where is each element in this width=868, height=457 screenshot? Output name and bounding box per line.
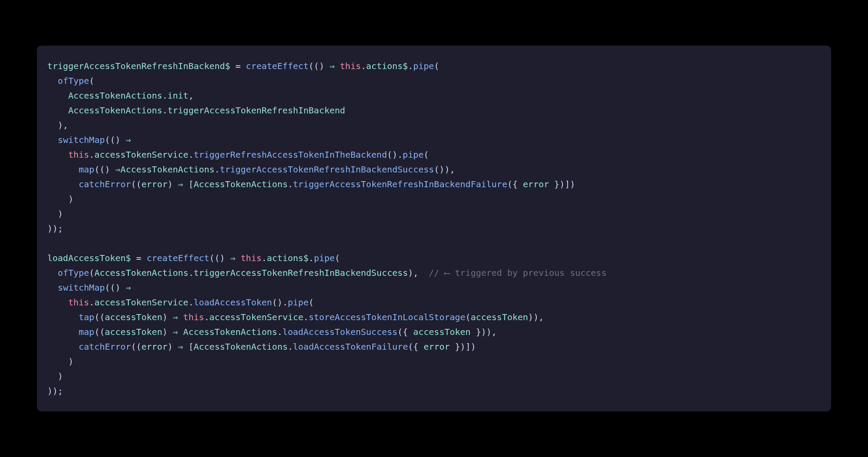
code-token-op bbox=[47, 341, 79, 352]
code-token-arrow: ⇒ bbox=[329, 61, 335, 71]
code-token-ident: accessTokenService bbox=[209, 312, 303, 322]
code-token-keyword: this bbox=[340, 61, 361, 71]
code-token-ident: error bbox=[523, 179, 549, 189]
code-token-op bbox=[47, 105, 68, 116]
code-token-op: ) bbox=[47, 194, 73, 204]
code-token-op: , bbox=[188, 90, 194, 101]
code-token-func: loadAccessToken bbox=[194, 297, 272, 308]
code-token-op: ( bbox=[89, 268, 94, 278]
code-token-func: createEffect bbox=[246, 61, 309, 71]
code-token-op: ({ bbox=[398, 327, 413, 337]
code-token-func: ofType bbox=[58, 268, 89, 278]
code-token-op: = bbox=[230, 61, 246, 71]
code-snippet-panel: triggerAccessTokenRefreshInBackend$ = cr… bbox=[37, 46, 831, 411]
code-token-ident: actions$ bbox=[366, 61, 408, 71]
code-token-op bbox=[178, 327, 183, 337]
code-token-func: tap bbox=[79, 312, 94, 322]
code-token-op: (() bbox=[105, 135, 125, 145]
code-token-ident: accessTokenService bbox=[94, 149, 188, 160]
code-token-ident: error bbox=[141, 179, 168, 189]
code-token-op: (() bbox=[209, 253, 230, 263]
code-token-arrow: ⇒ bbox=[126, 282, 131, 293]
code-token-arrow: ⇒ bbox=[173, 327, 178, 337]
code-token-op: ) bbox=[162, 312, 173, 322]
code-token-op: . bbox=[277, 327, 283, 337]
code-token-op: ( bbox=[465, 312, 470, 322]
code-content[interactable]: triggerAccessTokenRefreshInBackend$ = cr… bbox=[47, 59, 821, 398]
code-token-op: ) bbox=[162, 327, 173, 337]
code-token-ident: triggerAccessTokenRefreshInBackend$ bbox=[47, 61, 230, 71]
code-token-ident: AccessTokenActions bbox=[194, 341, 288, 352]
code-token-ident: actions$ bbox=[267, 253, 309, 263]
code-token-op bbox=[47, 327, 79, 337]
code-token-op: ({ bbox=[408, 341, 424, 352]
code-token-keyword: this bbox=[241, 253, 262, 263]
code-token-func: triggerAccessTokenRefreshInBackendSucces… bbox=[220, 164, 434, 175]
code-token-func: catchError bbox=[79, 341, 131, 352]
code-token-op: ) bbox=[168, 179, 178, 189]
code-token-op bbox=[236, 253, 241, 263]
code-token-op bbox=[47, 282, 58, 293]
code-token-op: ) bbox=[47, 371, 63, 381]
code-token-op: . bbox=[89, 149, 94, 160]
code-token-ident: triggerAccessTokenRefreshInBackendSucces… bbox=[194, 268, 408, 278]
code-token-op: (() bbox=[309, 61, 329, 71]
code-token-op: . bbox=[89, 297, 94, 308]
code-token-ident: accessToken bbox=[470, 312, 528, 322]
code-token-op bbox=[178, 312, 183, 322]
code-token-op: [ bbox=[183, 179, 194, 189]
code-token-arrow: ⇒ bbox=[115, 164, 121, 175]
code-token-op: })), bbox=[470, 327, 496, 337]
code-token-arrow: ⇒ bbox=[178, 341, 183, 352]
code-token-op: ), bbox=[408, 268, 429, 278]
code-token-arrow: ⇒ bbox=[178, 179, 183, 189]
code-token-func: storeAccessTokenInLocalStorage bbox=[309, 312, 465, 322]
code-token-op: ( bbox=[434, 61, 439, 71]
code-token-op: })]) bbox=[549, 179, 575, 189]
code-token-op: . bbox=[162, 90, 168, 101]
code-token-func: map bbox=[79, 327, 94, 337]
code-token-ident: accessToken bbox=[105, 327, 162, 337]
code-token-op: (() bbox=[94, 164, 115, 175]
code-token-op: (). bbox=[272, 297, 288, 308]
code-token-op bbox=[47, 179, 79, 189]
code-token-ident: accessToken bbox=[413, 327, 470, 337]
code-token-op bbox=[47, 76, 58, 86]
code-token-op: (() bbox=[105, 282, 125, 293]
code-token-op bbox=[335, 61, 340, 71]
code-token-op: . bbox=[204, 312, 209, 322]
code-token-func: loadAccessTokenFailure bbox=[293, 341, 408, 352]
code-token-op: . bbox=[188, 268, 194, 278]
code-token-op: . bbox=[408, 61, 413, 71]
code-token-op: )); bbox=[47, 223, 63, 234]
code-token-func: loadAccessTokenSuccess bbox=[283, 327, 398, 337]
code-token-op: (( bbox=[131, 179, 141, 189]
code-token-func: pipe bbox=[403, 149, 424, 160]
code-token-op: })]) bbox=[450, 341, 476, 352]
code-token-ident: triggerAccessTokenRefreshInBackend bbox=[168, 105, 345, 116]
code-token-keyword: this bbox=[68, 297, 89, 308]
code-token-func: switchMap bbox=[58, 282, 105, 293]
code-token-func: pipe bbox=[413, 61, 434, 71]
code-token-comment: // ⟵ triggered by previous success bbox=[429, 268, 606, 278]
code-token-op bbox=[47, 135, 58, 145]
code-token-func: triggerAccessTokenRefreshInBackendFailur… bbox=[293, 179, 507, 189]
code-token-op: . bbox=[303, 312, 309, 322]
code-token-ident: accessTokenService bbox=[94, 297, 188, 308]
code-token-op bbox=[47, 312, 79, 322]
code-token-func: pipe bbox=[288, 297, 309, 308]
code-token-op: (( bbox=[131, 341, 141, 352]
code-token-op: ( bbox=[309, 297, 314, 308]
code-token-op bbox=[47, 90, 68, 101]
code-token-op: . bbox=[309, 253, 314, 263]
code-token-keyword: this bbox=[68, 149, 89, 160]
code-token-op: . bbox=[361, 61, 366, 71]
code-token-arrow: ⇒ bbox=[126, 135, 131, 145]
code-token-op bbox=[47, 297, 68, 308]
code-token-op: )); bbox=[47, 386, 63, 396]
code-token-op: [ bbox=[183, 341, 194, 352]
code-token-op: . bbox=[188, 149, 194, 160]
code-token-ident: AccessTokenActions bbox=[194, 179, 288, 189]
code-token-ident: init bbox=[168, 90, 188, 101]
code-token-op: . bbox=[262, 253, 267, 263]
